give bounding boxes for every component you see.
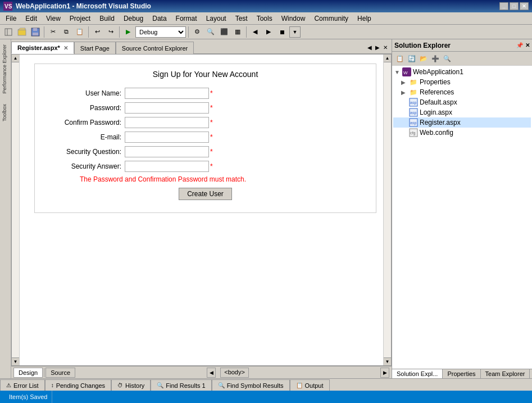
cut-btn[interactable]: ✂: [47, 26, 59, 38]
toolbar: ✂ ⧉ 📋 ↩ ↪ ▶ Debug Release ⚙ 🔍 ⬛ ▦ ◀ ▶ ⏹ …: [0, 25, 532, 39]
toolbox-tab[interactable]: Toolbox: [0, 99, 11, 126]
design-button[interactable]: Design: [13, 368, 43, 378]
input-security-question[interactable]: [125, 146, 209, 157]
input-username[interactable]: [125, 88, 209, 99]
tree-item-references[interactable]: ▶ 📁 References: [393, 87, 531, 97]
toolbar-dropdown-btn[interactable]: ▼: [289, 26, 301, 38]
tab-find-results-1[interactable]: 🔍 Find Results 1: [151, 379, 211, 391]
tree-label-login-aspx: Login.aspx: [420, 108, 452, 116]
create-user-button[interactable]: Create User: [179, 188, 232, 200]
toolbar-btn-10[interactable]: ▶: [262, 26, 275, 38]
form-row-email: E-mail: *: [46, 132, 365, 143]
toolbar-btn-8[interactable]: ▦: [231, 26, 244, 38]
menu-format[interactable]: Format: [171, 13, 202, 24]
svg-rect-4: [18, 30, 26, 35]
se-add-new-item-btn[interactable]: ➕: [430, 53, 441, 64]
expander-webapplication1[interactable]: ▼: [394, 69, 402, 75]
close-tab-icon[interactable]: ✕: [63, 45, 68, 51]
tree-item-properties[interactable]: ▶ 📁 Properties: [393, 77, 531, 87]
svg-rect-2: [5, 29, 12, 35]
svg-text:asp: asp: [410, 101, 416, 105]
tab-source-control-explorer[interactable]: Source Control Explorer: [116, 42, 194, 54]
scroll-up-btn[interactable]: ▲: [12, 55, 19, 62]
performance-explorer-tab[interactable]: Performance Explorer: [0, 39, 11, 99]
tab-find-symbol-results[interactable]: 🔍 Find Symbol Results: [212, 379, 290, 391]
toolbar-separator-4: [188, 26, 189, 38]
toolbar-btn-5[interactable]: ⚙: [191, 26, 203, 38]
expander-references[interactable]: ▶: [401, 89, 409, 96]
open-btn[interactable]: [16, 26, 28, 38]
se-filter-btn[interactable]: 🔍: [442, 53, 453, 64]
menu-data[interactable]: Data: [148, 13, 171, 24]
menu-window[interactable]: Window: [277, 13, 310, 24]
tab-start-page[interactable]: Start Page: [74, 42, 116, 54]
input-password[interactable]: [125, 102, 209, 114]
undo-btn[interactable]: ↩: [91, 26, 103, 38]
tab-nav-right[interactable]: ▶: [374, 44, 381, 51]
toolbar-btn-6[interactable]: 🔍: [204, 26, 217, 38]
tab-nav-left[interactable]: ◀: [366, 44, 374, 51]
menu-layout[interactable]: Layout: [202, 13, 231, 24]
tab-history[interactable]: ⏱ History: [111, 379, 151, 391]
tab-register-aspx[interactable]: Register.aspx* ✕: [11, 42, 74, 54]
se-show-all-files-btn[interactable]: 📂: [418, 53, 429, 64]
menu-edit[interactable]: Edit: [21, 13, 42, 24]
vertical-scrollbar-right[interactable]: ▲ ▼: [383, 55, 391, 365]
scroll-up-right-btn[interactable]: ▲: [384, 55, 391, 62]
label-password: Password:: [46, 104, 125, 112]
input-confirm-password[interactable]: [125, 117, 209, 128]
copy-btn[interactable]: ⧉: [60, 26, 72, 38]
tree-item-default-aspx[interactable]: ▶ asp Default.aspx: [393, 97, 531, 107]
tree-item-web-config[interactable]: ▶ cfg Web.config: [393, 128, 531, 138]
se-tab-properties[interactable]: Properties: [443, 369, 480, 378]
breadcrumb-body[interactable]: <body>: [220, 368, 249, 378]
toolbar-btn-7[interactable]: ⬛: [218, 26, 230, 38]
se-refresh-btn[interactable]: 🔄: [406, 53, 417, 64]
input-email[interactable]: [125, 132, 209, 143]
webapplication-icon: W: [402, 67, 411, 76]
scroll-down-right-btn[interactable]: ▼: [384, 357, 391, 365]
input-security-answer[interactable]: [125, 161, 209, 172]
tab-pending-changes[interactable]: ↕ Pending Changes: [45, 379, 111, 391]
tab-find-symbol-label: Find Symbol Results: [227, 382, 284, 389]
source-button[interactable]: Source: [46, 368, 75, 378]
save-btn[interactable]: [29, 26, 42, 38]
menu-build[interactable]: Build: [95, 13, 119, 24]
tab-error-list[interactable]: ⚠ Error List: [0, 379, 45, 391]
menu-project[interactable]: Project: [65, 13, 95, 24]
se-pin-btn[interactable]: 📌: [516, 42, 523, 48]
paste-btn[interactable]: 📋: [74, 26, 86, 38]
menu-help[interactable]: Help: [353, 13, 376, 24]
tree-item-login-aspx[interactable]: ▶ asp Login.aspx: [393, 107, 531, 117]
tab-find-results-label: Find Results 1: [166, 382, 205, 389]
new-project-btn[interactable]: [2, 26, 15, 38]
se-properties-btn[interactable]: 📋: [394, 53, 406, 64]
se-close-btn[interactable]: ✕: [525, 42, 530, 48]
debug-mode-dropdown[interactable]: Debug Release: [135, 26, 186, 38]
menu-debug[interactable]: Debug: [119, 13, 148, 24]
tree-item-register-aspx[interactable]: ▶ asp Register.aspx: [393, 117, 531, 128]
expander-properties[interactable]: ▶: [401, 79, 409, 85]
vertical-scrollbar-left[interactable]: ▲ ▼: [12, 55, 20, 365]
toolbar-btn-11[interactable]: ⏹: [276, 26, 288, 38]
menu-view[interactable]: View: [42, 13, 65, 24]
close-button[interactable]: ✕: [520, 2, 529, 10]
run-btn[interactable]: ▶: [122, 26, 134, 38]
scroll-right-arrow[interactable]: ▶: [380, 368, 389, 378]
se-tab-solution-explorer[interactable]: Solution Expl...: [392, 369, 443, 378]
redo-btn[interactable]: ↪: [104, 26, 117, 38]
minimize-button[interactable]: _: [499, 2, 508, 10]
scroll-left-arrow[interactable]: ◀: [207, 368, 216, 378]
error-message: The Password and Confirmation Password m…: [80, 175, 365, 183]
menu-file[interactable]: File: [1, 13, 21, 24]
toolbar-btn-9[interactable]: ◀: [249, 26, 261, 38]
menu-community[interactable]: Community: [310, 13, 353, 24]
se-tab-team-explorer[interactable]: Team Explorer: [481, 369, 530, 378]
tab-output[interactable]: 📋 Output: [290, 379, 330, 391]
scroll-down-btn[interactable]: ▼: [12, 357, 19, 365]
tree-item-webapplication1[interactable]: ▼ W WebApplication1: [393, 67, 531, 77]
tab-nav-close[interactable]: ✕: [381, 44, 389, 51]
menu-tools[interactable]: Tools: [252, 13, 277, 24]
menu-test[interactable]: Test: [231, 13, 252, 24]
maximize-button[interactable]: □: [510, 2, 519, 10]
